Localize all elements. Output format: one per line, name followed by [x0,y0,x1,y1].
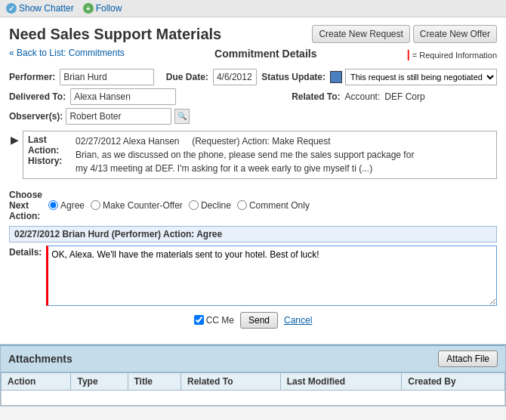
col-related-to: Related To [181,372,281,390]
radio-counter-offer[interactable]: Make Counter-Offer [91,200,183,211]
details-label: Details: [9,246,42,258]
radio-comment-only[interactable]: Comment Only [237,200,310,211]
follow-button[interactable]: + Follow [83,3,122,14]
form-row-2: Delivered To: Alexa Hansen Related To: A… [9,88,497,105]
top-bar: ✓ Show Chatter + Follow [0,0,506,17]
show-chatter-button[interactable]: ✓ Show Chatter [6,3,74,14]
attachments-title: Attachments [8,353,73,365]
observer-search-button[interactable]: 🔍 [174,109,190,124]
radio-counter-offer-input[interactable] [91,200,100,210]
send-button[interactable]: Send [240,312,278,329]
performer-value: Brian Hurd [60,69,154,85]
details-textarea[interactable]: OK, Alexa. We'll have the materials sent… [46,246,497,306]
show-chatter-label: Show Chatter [19,3,74,14]
choose-action-row: ChooseNextAction: Agree Make Counter-Off… [9,190,497,221]
attachments-header: Attachments Attach File [1,346,505,372]
observers-value: Robert Boter [66,108,171,125]
details-row: Details: OK, Alexa. We'll have the mater… [9,246,497,306]
history-content: 02/27/2012 Alexa Hansen (Requester) Acti… [76,136,414,174]
col-created-by: Created By [402,372,505,390]
section-header-row: Back to List: Commitments Commitment Det… [9,48,497,63]
required-indicator: | [407,48,410,60]
radio-decline[interactable]: Decline [189,200,231,211]
radio-agree[interactable]: Agree [48,200,85,211]
attach-file-button[interactable]: Attach File [438,351,498,367]
due-date-label: Due Date: [166,72,208,82]
radio-agree-input[interactable] [48,200,58,210]
required-info-label: = Required Information [412,51,497,60]
commitment-details-title: Commitment Details [125,48,407,60]
col-type: Type [71,372,128,390]
show-chatter-icon: ✓ [6,3,17,14]
status-select[interactable]: This request is still being negotiated [345,69,497,85]
related-to-field-label: Account: [345,91,381,102]
col-title: Title [128,372,181,390]
attachments-empty-row [2,390,505,405]
delivered-to-label: Delivered To: [9,91,66,102]
form-row-1: Performer: Brian Hurd Due Date: 4/6/2012… [9,69,497,85]
performer-label: Performer: [9,72,55,82]
follow-label: Follow [96,3,122,14]
choose-action-label: ChooseNextAction: [9,190,42,221]
required-info: | = Required Information [407,48,497,63]
col-last-modified: Last Modified [280,372,401,390]
back-link[interactable]: Back to List: Commitments [9,48,125,58]
history-box: LastAction:History: 02/27/2012 Alexa Han… [23,131,497,185]
history-outer: ▶ LastAction:History: 02/27/2012 Alexa H… [9,131,497,185]
status-update-label: Status Update: [261,72,326,82]
performer-banner: 02/27/2012 Brian Hurd (Performer) Action… [9,226,497,242]
status-row: This request is still being negotiated [330,69,497,85]
form-row-3: Observer(s): Robert Boter 🔍 [9,108,497,125]
due-date-value: 4/6/2012 [213,69,257,85]
radio-decline-input[interactable] [189,200,199,210]
related-to-label: Related To: [292,91,340,102]
attachments-table-header: Action Type Title Related To Last Modifi… [2,372,505,390]
history-arrow: ▶ [9,131,20,146]
cc-me-label[interactable]: CC Me [194,315,234,326]
follow-icon: + [83,3,94,14]
main-content: Need Sales Support Materials Create New … [0,17,506,344]
status-icon [330,71,342,83]
history-section: LastAction:History: 02/27/2012 Alexa Han… [23,131,497,179]
create-new-request-button[interactable]: Create New Request [312,25,409,43]
radio-comment-only-input[interactable] [237,200,247,210]
attachments-section: Attachments Attach File Action Type Titl… [0,344,506,406]
observers-label: Observer(s): [9,111,63,122]
related-to-value: DEF Corp [384,91,424,102]
attachments-table: Action Type Title Related To Last Modifi… [1,372,505,406]
col-action: Action [2,372,71,390]
cancel-button[interactable]: Cancel [284,315,312,326]
cc-me-checkbox[interactable] [194,315,204,325]
delivered-to-value: Alexa Hansen [70,88,176,105]
send-row: CC Me Send Cancel [9,312,497,329]
header-buttons: Create New Request Create New Offer [312,25,497,43]
page-title: Need Sales Support Materials [9,26,221,43]
header-row: Need Sales Support Materials Create New … [9,25,497,43]
create-new-offer-button[interactable]: Create New Offer [413,25,497,43]
